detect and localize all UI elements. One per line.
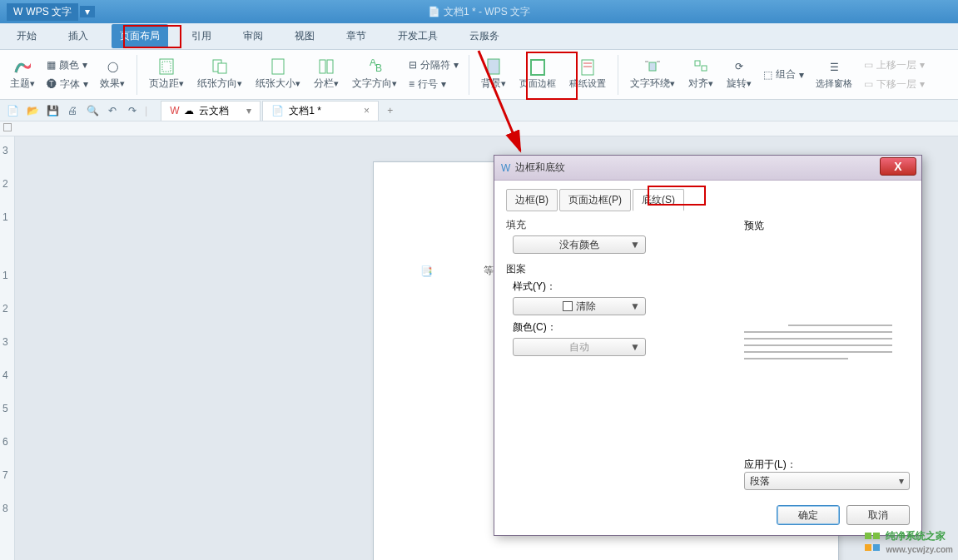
ruler-tick: 6 xyxy=(2,436,8,448)
apply-to-combo[interactable]: 段落▾ xyxy=(744,472,910,490)
menu-review[interactable]: 审阅 xyxy=(235,24,271,48)
color-button[interactable]: ▦颜色▾ xyxy=(43,57,92,74)
size-icon xyxy=(270,58,286,75)
window-title: 📄 文档1 * - WPS 文字 xyxy=(428,5,530,19)
ruler-tick: 5 xyxy=(2,403,8,414)
svg-rect-1 xyxy=(162,62,171,72)
highlight-page-border xyxy=(526,52,578,100)
columns-icon xyxy=(318,58,335,75)
bring-forward-button[interactable]: ▭上移一层▾ xyxy=(861,57,928,74)
svg-rect-17 xyxy=(695,61,700,66)
menu-start[interactable]: 开始 xyxy=(8,24,45,48)
doc-tab[interactable]: 📄 文档1 * × xyxy=(262,101,379,121)
menu-insert[interactable]: 插入 xyxy=(60,24,97,48)
menu-section[interactable]: 章节 xyxy=(338,24,375,48)
style-label: 样式(Y)： xyxy=(513,280,731,294)
app-menu[interactable]: W WPS 文字 xyxy=(7,3,78,21)
svg-rect-11 xyxy=(582,60,593,75)
text-dir-label: 文字方向 xyxy=(352,77,392,89)
background-icon xyxy=(485,58,502,75)
preview-icon[interactable]: 🔍 xyxy=(85,103,100,118)
text-dir-button[interactable]: AB文字方向▾ xyxy=(347,52,402,98)
horizontal-ruler[interactable] xyxy=(0,121,958,136)
wrap-label: 文字环绕 xyxy=(630,77,670,89)
style-combo[interactable]: 清除▼ xyxy=(513,297,646,315)
ruler-tick: 2 xyxy=(2,303,8,315)
preview-column: 预览 应用于(L)： 段落▾ xyxy=(744,219,910,490)
new-tab-button[interactable]: + xyxy=(380,105,400,116)
ok-button[interactable]: 确定 xyxy=(777,505,840,525)
preview-label: 预览 xyxy=(744,219,910,233)
pattern-color-combo[interactable]: 自动▼ xyxy=(513,338,646,356)
line-num-button[interactable]: ≡行号▾ xyxy=(405,76,462,93)
section-icon: 📑 xyxy=(420,265,434,279)
open-icon[interactable]: 📂 xyxy=(25,103,40,118)
menu-cloud[interactable]: 云服务 xyxy=(461,24,508,48)
wrap-button[interactable]: 文字环绕▾ xyxy=(625,52,680,98)
orientation-button[interactable]: 纸张方向▾ xyxy=(192,52,247,98)
dialog-tabs: 边框(B) 页面边框(P) 底纹(S) xyxy=(506,189,910,211)
ruler-tick: 2 xyxy=(2,178,8,190)
menu-references[interactable]: 引用 xyxy=(183,24,220,48)
font-label: 字体 xyxy=(60,77,80,92)
doc-icon: 📄 xyxy=(271,105,284,116)
menu-view[interactable]: 视图 xyxy=(286,24,323,48)
chevron-down-icon: ▾ xyxy=(899,475,904,487)
tab-border[interactable]: 边框(B) xyxy=(506,189,558,211)
cloud-tab[interactable]: W ☁ 云文档 ▾ xyxy=(161,101,261,121)
margins-label: 页边距 xyxy=(149,77,179,89)
bring-fwd-label: 上移一层 xyxy=(876,58,916,72)
redo-icon[interactable]: ↷ xyxy=(125,103,140,118)
effects-button[interactable]: ◯ 效果▾ xyxy=(95,52,130,98)
app-dropdown[interactable]: ▾ xyxy=(80,6,95,17)
ruler-corner-icon xyxy=(3,123,12,131)
svg-rect-4 xyxy=(272,59,284,74)
theme-button[interactable]: 主题▾ xyxy=(5,52,40,98)
watermark-url: www.ycwjzy.com xyxy=(886,545,953,554)
size-button[interactable]: 纸张大小▾ xyxy=(251,52,305,98)
dialog-title-bar[interactable]: W 边框和底纹 X xyxy=(494,156,921,181)
style-value: 清除 xyxy=(576,300,596,314)
print-icon[interactable]: 🖨 xyxy=(65,103,80,118)
send-back-label: 下移一层 xyxy=(876,77,916,92)
breaks-button[interactable]: ⊟分隔符▾ xyxy=(405,57,462,74)
columns-button[interactable]: 分栏▾ xyxy=(309,52,344,98)
app-name-label: WPS 文字 xyxy=(26,5,72,19)
cloud-icon: ☁ xyxy=(184,105,194,116)
svg-rect-14 xyxy=(649,62,656,71)
pattern-color-value: 自动 xyxy=(569,340,589,354)
background-label: 背景 xyxy=(481,77,501,89)
fill-group: 填充 没有颜色▼ xyxy=(506,218,731,254)
cloud-tab-label: 云文档 xyxy=(199,104,229,118)
tab-page-border[interactable]: 页面边框(P) xyxy=(559,189,631,211)
close-button[interactable]: X xyxy=(880,157,916,176)
vertical-ruler[interactable]: 3 2 1 1 2 3 4 5 6 7 8 xyxy=(0,136,15,560)
svg-rect-9 xyxy=(488,59,499,74)
background-button[interactable]: 背景▾ xyxy=(476,52,511,98)
select-pane-button[interactable]: ☰选择窗格 xyxy=(811,52,857,98)
font-button[interactable]: 🅣字体▾ xyxy=(43,76,92,93)
chevron-down-icon: ▼ xyxy=(630,341,640,353)
fill-color-combo[interactable]: 没有颜色▼ xyxy=(513,235,646,254)
chevron-down-icon[interactable]: ▾ xyxy=(246,105,251,116)
save-icon[interactable]: 💾 xyxy=(45,103,60,118)
dialog-body: 边框(B) 页面边框(P) 底纹(S) 填充 没有颜色▼ 图案 样式(Y)： 清… xyxy=(494,181,921,535)
group-button[interactable]: ⬚组合▾ xyxy=(760,66,807,83)
margins-button[interactable]: 页边距▾ xyxy=(144,52,189,98)
align-button[interactable]: 对齐▾ xyxy=(683,52,718,98)
ruler-tick: 1 xyxy=(2,211,8,223)
svg-rect-6 xyxy=(327,60,333,73)
ruler-tick: 8 xyxy=(2,503,8,514)
new-icon[interactable]: 📄 xyxy=(5,103,20,118)
effects-label: 效果 xyxy=(100,77,120,89)
menu-dev-tools[interactable]: 开发工具 xyxy=(390,24,446,48)
rotate-button[interactable]: ⟳旋转▾ xyxy=(722,52,757,98)
apply-to-value: 段落 xyxy=(750,474,770,488)
group-icon: ⬚ xyxy=(763,69,772,81)
doc-tabs: W ☁ 云文档 ▾ 📄 文档1 * × + xyxy=(161,101,400,121)
bring-fwd-icon: ▭ xyxy=(864,59,873,71)
send-back-button[interactable]: ▭下移一层▾ xyxy=(861,76,928,93)
undo-icon[interactable]: ↶ xyxy=(105,103,120,118)
close-icon[interactable]: × xyxy=(364,105,370,116)
cancel-button[interactable]: 取消 xyxy=(846,505,910,525)
